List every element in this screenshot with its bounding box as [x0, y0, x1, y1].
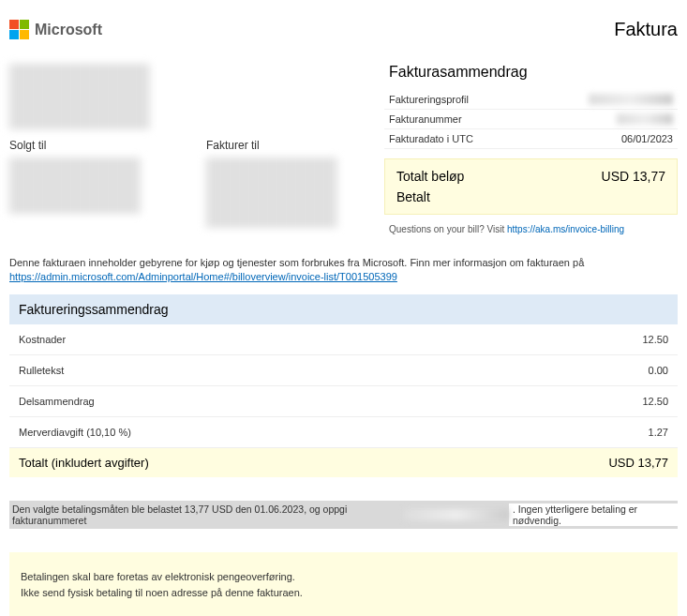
line-value: 12.50: [642, 334, 668, 345]
line-label: Merverdiavgift (10,10 %): [19, 427, 131, 438]
line-value: 12.50: [642, 396, 668, 407]
top-section: Solgt til Fakturer til Fakturasammendrag…: [9, 64, 678, 237]
summary-label: Fakturanummer: [389, 113, 462, 125]
total-amount-box: Totalt beløp USD 13,77 Betalt: [384, 158, 678, 215]
microsoft-logo-icon: [9, 20, 29, 39]
summary-label: Faktureringsprofil: [389, 94, 469, 105]
document-title: Faktura: [614, 19, 678, 40]
microsoft-logo: Microsoft: [9, 20, 102, 39]
footer-line-1: Betalingen skal bare foretas av elektron…: [21, 569, 666, 586]
summary-row-date: Fakturadato i UTC 06/01/2023: [384, 129, 678, 149]
redacted-sold-to: [9, 158, 141, 214]
questions-text: Questions on your bill? Visit: [389, 224, 507, 234]
payment-note: Den valgte betalingsmåten ble belastet 1…: [9, 501, 678, 529]
line-subtotal: Delsammendrag 12.50: [9, 386, 678, 417]
total-label: Totalt (inkludert avgifter): [19, 456, 149, 470]
summary-row-profile: Faktureringsprofil: [384, 90, 678, 110]
address-column: Solgt til Fakturer til: [9, 64, 366, 237]
description-link[interactable]: https://admin.microsoft.com/Adminportal/…: [9, 271, 397, 282]
total-label: Totalt beløp: [396, 169, 464, 184]
line-credits: Rulletekst 0.00: [9, 355, 678, 386]
redacted-value: [589, 94, 673, 105]
invoice-description: Denne fakturaen inneholder gebyrene for …: [9, 256, 678, 285]
payment-note-tail: . Ingen ytterligere betaling er nødvendi…: [509, 503, 678, 526]
redacted-bill-to: [206, 158, 337, 228]
footer-notice: Betalingen skal bare foretas av elektron…: [9, 552, 678, 616]
line-label: Rulletekst: [19, 365, 64, 376]
company-name: Microsoft: [35, 22, 102, 38]
footer-line-2: Ikke send fysisk betaling til noen adres…: [21, 585, 666, 602]
line-label: Kostnader: [19, 334, 66, 345]
summary-row-number: Fakturanummer: [384, 110, 678, 129]
line-value: 1.27: [649, 427, 668, 438]
line-costs: Kostnader 12.50: [9, 324, 678, 355]
questions-link[interactable]: https://aka.ms/invoice-billing: [507, 224, 624, 234]
billing-summary-header: Faktureringssammendrag: [9, 294, 678, 324]
summary-label: Fakturadato i UTC: [389, 133, 473, 144]
invoice-summary-column: Fakturasammendrag Faktureringsprofil Fak…: [384, 64, 678, 237]
questions-note: Questions on your bill? Visit https://ak…: [384, 224, 678, 234]
line-total: Totalt (inkludert avgifter) USD 13,77: [9, 448, 678, 477]
total-value: USD 13,77: [608, 456, 668, 470]
bill-to-label: Fakturer til: [206, 139, 366, 152]
billing-summary: Faktureringssammendrag Kostnader 12.50 R…: [9, 294, 678, 477]
redacted-value: [617, 113, 673, 125]
line-value: 0.00: [649, 365, 668, 376]
total-value: USD 13,77: [602, 169, 665, 184]
redacted-logo-block: [9, 64, 150, 129]
payment-note-main: Den valgte betalingsmåten ble belastet 1…: [12, 503, 398, 526]
line-vat: Merverdiavgift (10,10 %) 1.27: [9, 417, 678, 448]
sold-to-label: Solgt til: [9, 139, 169, 152]
redacted-invoice-ref: [404, 509, 509, 520]
document-header: Microsoft Faktura: [9, 19, 678, 40]
description-text: Denne fakturaen inneholder gebyrene for …: [9, 257, 584, 268]
line-label: Delsammendrag: [19, 396, 95, 407]
summary-title: Fakturasammendrag: [384, 64, 678, 81]
paid-label: Betalt: [396, 189, 665, 204]
summary-value: 06/01/2023: [621, 133, 673, 144]
